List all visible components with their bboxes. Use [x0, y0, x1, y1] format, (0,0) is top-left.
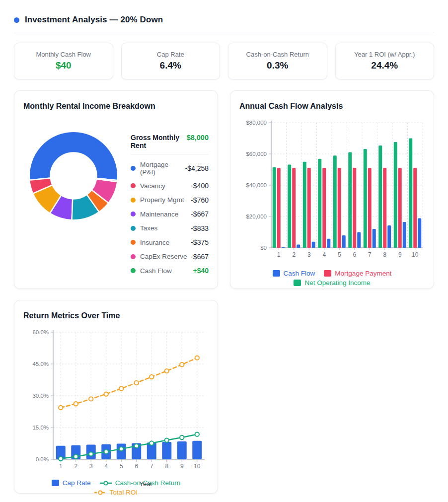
legend-item-total-roi[interactable]: Total ROI	[94, 489, 138, 496]
xtick-label: 7	[150, 463, 153, 470]
point-total-roi-year-9[interactable]	[180, 362, 184, 366]
point-total-roi-year-7[interactable]	[149, 375, 153, 379]
bar-mortgage-payment-year-9[interactable]	[398, 168, 402, 248]
legend-label: Mortgage (P&I)	[140, 161, 185, 176]
point-total-roi-year-10[interactable]	[195, 356, 199, 359]
bar-mortgage-payment-year-10[interactable]	[413, 168, 417, 248]
page-header: Investment Analysis — 20% Down	[14, 15, 434, 25]
legend-label: Taxes	[140, 224, 191, 232]
bar-net-operating-income-year-2[interactable]	[288, 164, 291, 248]
kpi-card-cash-on-cash-return: Cash-on-Cash Return 0.3%	[228, 43, 327, 79]
point-cash-on-cash-return-year-5[interactable]	[119, 447, 123, 451]
ytick-label: 45.0%	[32, 361, 49, 367]
bar-net-operating-income-year-10[interactable]	[409, 139, 412, 248]
legend-label: Cash Flow	[140, 267, 193, 275]
legend-row-vacancy: Vacancy-$400	[131, 182, 209, 190]
point-cash-on-cash-return-year-4[interactable]	[104, 449, 108, 453]
bar-cash-flow-year-4[interactable]	[327, 239, 330, 248]
bar-cash-flow-year-9[interactable]	[403, 222, 406, 248]
xtick-label: 8	[165, 463, 168, 470]
gross-rent-label: Gross Monthly Rent	[131, 134, 187, 149]
legend-item-mortgage-payment[interactable]: Mortgage Payment	[324, 270, 391, 277]
point-cash-on-cash-return-year-9[interactable]	[180, 435, 184, 439]
bar-mortgage-payment-year-3[interactable]	[307, 168, 311, 248]
bar-cap-rate-year-8[interactable]	[162, 442, 171, 459]
bar-net-operating-income-year-1[interactable]	[273, 167, 276, 248]
point-total-roi-year-5[interactable]	[119, 386, 123, 390]
legend-text: Net Operating Income	[304, 279, 370, 287]
xtick-label: 1	[59, 463, 63, 470]
bar-cash-flow-year-1[interactable]	[282, 247, 285, 248]
point-cash-on-cash-return-year-8[interactable]	[165, 438, 169, 442]
point-total-roi-year-4[interactable]	[104, 392, 108, 396]
bar-cash-flow-year-2[interactable]	[297, 244, 300, 248]
bar-mortgage-payment-year-5[interactable]	[338, 168, 341, 248]
bar-mortgage-payment-year-2[interactable]	[292, 168, 296, 248]
bar-net-operating-income-year-8[interactable]	[378, 145, 382, 248]
point-cash-on-cash-return-year-2[interactable]	[74, 454, 78, 458]
legend-label: Property Mgmt	[140, 196, 191, 204]
point-total-roi-year-6[interactable]	[135, 381, 139, 385]
xtick-label: 5	[120, 463, 123, 470]
line-cash-on-cash-return	[61, 434, 197, 459]
xtick-label: 10	[412, 251, 419, 258]
bar-mortgage-payment-year-1[interactable]	[277, 168, 281, 248]
ytick-label: 60.0%	[32, 329, 49, 335]
maintenance-color-dot-icon	[131, 212, 136, 216]
card-title: Annual Cash Flow Analysis	[238, 99, 426, 111]
bar-net-operating-income-year-9[interactable]	[394, 142, 397, 248]
bar-net-operating-income-year-5[interactable]	[333, 155, 337, 248]
bar-cash-flow-year-3[interactable]	[312, 242, 315, 248]
bar-net-operating-income-year-3[interactable]	[303, 162, 306, 248]
point-cash-on-cash-return-year-7[interactable]	[149, 441, 153, 445]
legend-item-cash-flow[interactable]: Cash Flow	[273, 270, 315, 277]
point-total-roi-year-1[interactable]	[59, 406, 63, 410]
donut-slice-mortgage-p-i[interactable]	[29, 132, 118, 181]
legend-item-cap-rate[interactable]: Cap Rate	[52, 479, 91, 487]
card-annual-cash-flow: Annual Cash Flow Analysis $0$20,000$40,0…	[230, 90, 434, 289]
point-total-roi-year-2[interactable]	[74, 402, 78, 406]
xtick-label: 8	[383, 251, 386, 258]
legend-text: Cash Flow	[284, 270, 315, 277]
point-cash-on-cash-return-year-1[interactable]	[59, 457, 63, 461]
bar-mortgage-payment-year-4[interactable]	[322, 168, 326, 248]
bar-mortgage-payment-year-7[interactable]	[368, 168, 372, 248]
xtick-label: 1	[277, 251, 281, 258]
bar-cash-flow-year-6[interactable]	[357, 232, 361, 248]
cash-flow-swatch-icon	[273, 270, 280, 277]
bar-mortgage-payment-year-6[interactable]	[353, 168, 356, 248]
point-total-roi-year-3[interactable]	[89, 397, 93, 401]
xtick-label: 4	[322, 251, 326, 258]
page-title: Investment Analysis — 20% Down	[25, 15, 163, 25]
bar-net-operating-income-year-4[interactable]	[318, 159, 321, 248]
legend-row-taxes: Taxes-$833	[131, 224, 209, 232]
point-cash-on-cash-return-year-10[interactable]	[195, 432, 199, 436]
line-total-roi	[61, 358, 197, 408]
legend-row-mortgage-p-i: Mortgage (P&I)-$4,258	[131, 161, 209, 176]
bar-cash-flow-year-8[interactable]	[387, 225, 391, 248]
bar-net-operating-income-year-6[interactable]	[348, 152, 352, 248]
return-metrics-chart: 0.0%15.0%30.0%45.0%60.0%12345678910	[22, 326, 211, 473]
donut-legend-rows: Mortgage (P&I)-$4,258Vacancy-$400Propert…	[131, 161, 209, 275]
bar-net-operating-income-year-7[interactable]	[364, 149, 367, 248]
point-cash-on-cash-return-year-3[interactable]	[89, 452, 93, 456]
bar-cap-rate-year-9[interactable]	[177, 441, 187, 459]
legend-item-net-operating-income[interactable]: Net Operating Income	[294, 279, 370, 287]
kpi-value: 6.4%	[125, 60, 217, 71]
bar-cash-flow-year-10[interactable]	[418, 218, 421, 248]
ytick-label: $40,000	[246, 182, 267, 188]
capex-reserve-color-dot-icon	[131, 254, 136, 259]
point-cash-on-cash-return-year-6[interactable]	[135, 444, 139, 448]
xtick-label: 6	[135, 463, 138, 470]
kpi-label: Cap Rate	[125, 51, 217, 58]
ytick-label: 0.0%	[36, 456, 49, 462]
bar-mortgage-payment-year-8[interactable]	[383, 168, 386, 248]
x-axis-title: Year	[140, 480, 152, 488]
point-total-roi-year-8[interactable]	[165, 369, 169, 373]
bar-cash-flow-year-7[interactable]	[373, 229, 376, 248]
bar-cap-rate-year-10[interactable]	[192, 441, 202, 459]
gross-rent-value: $8,000	[187, 134, 209, 142]
bar-cash-flow-year-5[interactable]	[342, 235, 346, 248]
mortgage-p-i-color-dot-icon	[131, 166, 136, 171]
xtick-label: 5	[338, 251, 341, 258]
